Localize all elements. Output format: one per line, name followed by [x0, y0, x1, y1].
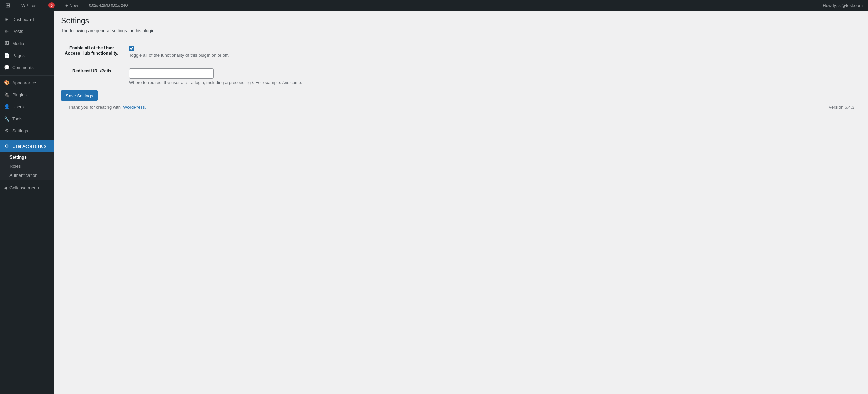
submenu-item-settings[interactable]: Settings: [0, 152, 54, 162]
sidebar-item-plugins[interactable]: 🔌 Plugins: [0, 89, 54, 101]
sidebar-label-plugins: Plugins: [12, 92, 27, 98]
sidebar-label-dashboard: Dashboard: [12, 17, 34, 23]
sidebar-item-dashboard[interactable]: ⊞ Dashboard: [0, 14, 54, 26]
settings-wrap: Settings The following are general setti…: [61, 16, 366, 101]
submenu-label-settings: Settings: [9, 154, 27, 160]
appearance-icon: 🎨: [4, 80, 9, 86]
collapse-menu-button[interactable]: ◀ Collapse menu: [0, 183, 54, 193]
admin-sidebar: ⊞ Dashboard ✏ Posts 🖼 Media 📄 Pages 💬 Co…: [0, 11, 54, 394]
howdy-label: Howdy, sj@test.com: [823, 3, 863, 8]
adminbar-new-button[interactable]: + New: [63, 0, 81, 11]
posts-icon: ✏: [4, 28, 9, 35]
pages-icon: 📄: [4, 53, 9, 59]
page-title: Settings: [61, 16, 366, 25]
redirect-label: Redirect URL/Path: [72, 68, 111, 74]
media-icon: 🖼: [4, 40, 9, 47]
adminbar-site-name[interactable]: WP Test: [19, 0, 40, 11]
new-label: + New: [65, 3, 78, 8]
settings-form: Enable all of the User Access Hub functi…: [61, 40, 366, 101]
users-icon: 👤: [4, 104, 9, 110]
wp-footer: Thank you for creating with WordPress. V…: [61, 101, 861, 114]
footer-left: Thank you for creating with WordPress.: [68, 105, 146, 110]
page-description: The following are general settings for t…: [61, 28, 366, 33]
enable-field-description: Toggle all of the functionality of this …: [129, 53, 366, 58]
enable-checkbox-wrap: [129, 45, 366, 51]
redirect-field-description: Where to redirect the user after a login…: [129, 80, 366, 85]
wordpress-link[interactable]: WordPress.: [123, 105, 146, 110]
comments-icon: 💬: [4, 64, 9, 71]
adminbar-notifications[interactable]: 0: [46, 0, 57, 11]
sidebar-item-user-access-hub[interactable]: ⚙ User Access Hub: [0, 140, 54, 152]
enable-label: Enable all of the User Access Hub functi…: [65, 45, 118, 56]
sidebar-label-posts: Posts: [12, 28, 23, 35]
sidebar-item-posts[interactable]: ✏ Posts: [0, 26, 54, 38]
settings-icon: ⚙: [4, 128, 9, 134]
enable-all-checkbox[interactable]: [129, 46, 134, 51]
enable-label-cell: Enable all of the User Access Hub functi…: [61, 40, 129, 63]
sidebar-item-settings[interactable]: ⚙ Settings: [0, 125, 54, 137]
notifications-badge: 0: [48, 2, 55, 8]
tools-icon: 🔧: [4, 116, 9, 123]
sidebar-label-users: Users: [12, 104, 24, 110]
sidebar-label-user-access-hub: User Access Hub: [12, 143, 46, 149]
sidebar-item-tools[interactable]: 🔧 Tools: [0, 113, 54, 125]
performance-stats: 0.02s 4.2MB 0.01s 24Q: [89, 3, 128, 7]
adminbar-howdy[interactable]: Howdy, sj@test.com: [820, 0, 865, 11]
enable-row: Enable all of the User Access Hub functi…: [61, 40, 366, 63]
user-access-hub-icon: ⚙: [4, 143, 9, 150]
adminbar-stats: 0.02s 4.2MB 0.01s 24Q: [86, 0, 131, 11]
sidebar-label-pages: Pages: [12, 53, 25, 59]
submenu-item-roles[interactable]: Roles: [0, 162, 54, 171]
sidebar-label-tools: Tools: [12, 116, 22, 122]
user-access-hub-submenu: Settings Roles Authentication: [0, 152, 54, 180]
sidebar-label-settings: Settings: [12, 128, 28, 134]
sidebar-item-appearance[interactable]: 🎨 Appearance: [0, 77, 54, 89]
sidebar-label-comments: Comments: [12, 65, 34, 71]
sidebar-label-appearance: Appearance: [12, 80, 36, 86]
main-content-area: Settings The following are general setti…: [54, 11, 868, 394]
footer-version: Version 6.4.3: [829, 105, 854, 110]
thank-you-text: Thank you for creating with: [68, 105, 121, 110]
submenu-label-authentication: Authentication: [9, 173, 37, 178]
redirect-field-cell: Where to redirect the user after a login…: [129, 63, 366, 90]
enable-field-cell: Toggle all of the functionality of this …: [129, 40, 366, 63]
collapse-label: Collapse menu: [9, 185, 39, 190]
dashboard-icon: ⊞: [4, 16, 9, 23]
redirect-url-row: Redirect URL/Path Where to redirect the …: [61, 63, 366, 90]
plugins-icon: 🔌: [4, 92, 9, 99]
wordpress-link-text: WordPress.: [123, 105, 146, 110]
sidebar-label-media: Media: [12, 41, 24, 47]
redirect-url-input[interactable]: [129, 68, 214, 79]
sidebar-item-media[interactable]: 🖼 Media: [0, 38, 54, 50]
redirect-label-cell: Redirect URL/Path: [61, 63, 129, 90]
sidebar-item-users[interactable]: 👤 Users: [0, 101, 54, 113]
collapse-icon: ◀: [4, 185, 7, 190]
sidebar-item-pages[interactable]: 📄 Pages: [0, 50, 54, 62]
submenu-label-roles: Roles: [9, 164, 21, 169]
wp-logo-icon: ⊞: [5, 2, 11, 9]
sidebar-item-comments[interactable]: 💬 Comments: [0, 62, 54, 74]
site-name-label: WP Test: [21, 3, 38, 8]
settings-table: Enable all of the User Access Hub functi…: [61, 40, 366, 90]
save-settings-button[interactable]: Save Settings: [61, 90, 98, 101]
admin-bar: ⊞ WP Test 0 + New 0.02s 4.2MB 0.01s 24Q …: [0, 0, 868, 11]
adminbar-logo[interactable]: ⊞: [3, 0, 13, 11]
submenu-item-authentication[interactable]: Authentication: [0, 171, 54, 180]
